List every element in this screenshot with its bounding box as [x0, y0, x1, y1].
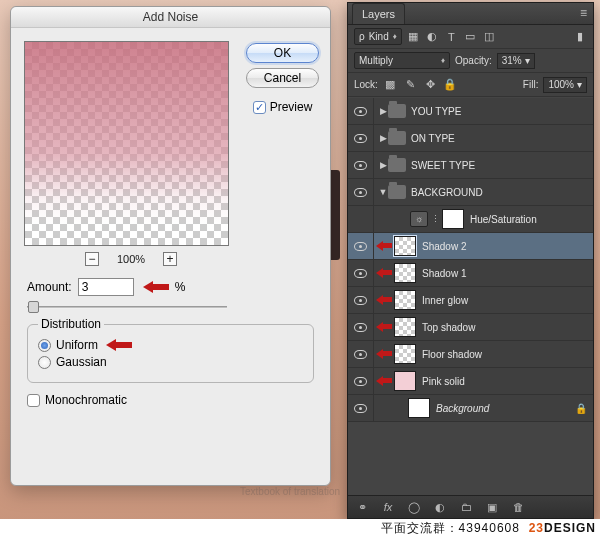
add-noise-dialog: Add Noise − 100% + OK Cancel ✓ Preview A…	[10, 6, 331, 486]
lock-label: Lock:	[354, 79, 378, 90]
layer-shadow-1[interactable]: Shadow 1	[348, 260, 593, 287]
filter-preview	[24, 41, 229, 246]
layer-pink-solid[interactable]: Pink solid	[348, 368, 593, 395]
zoom-level: 100%	[117, 253, 145, 265]
visibility-icon[interactable]	[354, 161, 367, 170]
dialog-title: Add Noise	[11, 7, 330, 28]
new-layer-icon[interactable]: ▣	[484, 499, 500, 515]
layer-background[interactable]: Background 🔒	[348, 395, 593, 422]
ok-button[interactable]: OK	[246, 43, 319, 63]
lock-all-icon[interactable]: 🔒	[443, 77, 458, 92]
layer-thumbnail[interactable]	[394, 290, 416, 310]
folder-icon	[388, 131, 406, 145]
annotation-arrow-icon	[376, 349, 392, 359]
uniform-radio[interactable]	[38, 339, 51, 352]
visibility-icon[interactable]	[354, 404, 367, 413]
layer-shadow-2[interactable]: Shadow 2	[348, 233, 593, 260]
amount-input[interactable]: 3	[78, 278, 134, 296]
lock-move-icon[interactable]: ✥	[423, 77, 438, 92]
shape-filter-icon[interactable]: ▭	[463, 29, 478, 44]
annotation-arrow-icon	[106, 339, 132, 351]
smart-filter-icon[interactable]: ◫	[482, 29, 497, 44]
layers-footer: ⚭ fx ◯ ◐ 🗀 ▣ 🗑	[348, 495, 593, 518]
group-new-icon[interactable]: 🗀	[458, 499, 474, 515]
annotation-arrow-icon	[376, 376, 392, 386]
layer-thumbnail[interactable]	[394, 317, 416, 337]
layers-panel: Layers ≡ ρKind♦ ▦ ◐ T ▭ ◫ ▮ Multiply♦ Op…	[347, 2, 594, 519]
mask-thumbnail[interactable]	[442, 209, 464, 229]
tab-layers[interactable]: Layers	[352, 3, 405, 24]
mask-icon[interactable]: ◯	[406, 499, 422, 515]
layer-top-shadow[interactable]: Top shadow	[348, 314, 593, 341]
amount-slider[interactable]	[27, 300, 227, 314]
layer-thumbnail[interactable]	[394, 344, 416, 364]
folder-icon	[388, 104, 406, 118]
distribution-group: Distribution Uniform Gaussian	[27, 324, 314, 383]
kind-filter[interactable]: ρKind♦	[354, 28, 402, 45]
visibility-icon[interactable]	[354, 323, 367, 332]
group-on-type[interactable]: ▶ ON TYPE	[348, 125, 593, 152]
zoom-in-button[interactable]: +	[163, 252, 177, 266]
gaussian-label: Gaussian	[56, 355, 107, 369]
layer-thumbnail[interactable]	[394, 371, 416, 391]
visibility-icon[interactable]	[354, 242, 367, 251]
blend-mode-select[interactable]: Multiply♦	[354, 52, 450, 69]
uniform-label: Uniform	[56, 338, 98, 352]
visibility-icon[interactable]	[354, 296, 367, 305]
layer-thumbnail[interactable]	[408, 398, 430, 418]
distribution-legend: Distribution	[38, 317, 104, 331]
visibility-icon[interactable]	[354, 107, 367, 116]
folder-icon	[388, 185, 406, 199]
fill-label: Fill:	[523, 79, 539, 90]
lock-paint-icon[interactable]: ✎	[403, 77, 418, 92]
type-filter-icon[interactable]: T	[444, 29, 459, 44]
trash-icon[interactable]: 🗑	[510, 499, 526, 515]
filter-toggle-icon[interactable]: ▮	[572, 29, 587, 44]
layer-inner-glow[interactable]: Inner glow	[348, 287, 593, 314]
adjustment-new-icon[interactable]: ◐	[432, 499, 448, 515]
gaussian-radio[interactable]	[38, 356, 51, 369]
opacity-input[interactable]: 31%▾	[497, 53, 535, 69]
amount-unit: %	[175, 280, 186, 294]
visibility-icon[interactable]	[354, 350, 367, 359]
annotation-arrow-icon	[143, 281, 169, 293]
panel-menu-icon[interactable]: ≡	[574, 2, 593, 24]
monochromatic-checkbox[interactable]	[27, 394, 40, 407]
zoom-out-button[interactable]: −	[85, 252, 99, 266]
folder-icon	[388, 158, 406, 172]
chevron-right-icon[interactable]: ▶	[378, 106, 388, 116]
cancel-button[interactable]: Cancel	[246, 68, 319, 88]
link-icon: ⋮	[430, 211, 440, 227]
lock-transparent-icon[interactable]: ▩	[383, 77, 398, 92]
preview-checkbox[interactable]: ✓	[253, 101, 266, 114]
chevron-right-icon[interactable]: ▶	[378, 160, 388, 170]
slider-thumb-icon[interactable]	[28, 301, 39, 313]
fill-input[interactable]: 100%▾	[543, 77, 587, 93]
layer-thumbnail[interactable]	[394, 263, 416, 283]
opacity-label: Opacity:	[455, 55, 492, 66]
chevron-right-icon[interactable]: ▶	[378, 133, 388, 143]
pixel-filter-icon[interactable]: ▦	[406, 29, 421, 44]
layer-thumbnail[interactable]	[394, 236, 416, 256]
preview-label: Preview	[270, 100, 313, 114]
lock-icon: 🔒	[575, 403, 587, 414]
link-layers-icon[interactable]: ⚭	[354, 499, 370, 515]
fx-icon[interactable]: fx	[380, 499, 396, 515]
visibility-icon[interactable]	[354, 188, 367, 197]
layer-hue-saturation[interactable]: ☼ ⋮ Hue/Saturation	[348, 206, 593, 233]
annotation-arrow-icon	[376, 241, 392, 251]
chevron-down-icon[interactable]: ▼	[378, 187, 388, 197]
layer-floor-shadow[interactable]: Floor shadow	[348, 341, 593, 368]
group-background[interactable]: ▼ BACKGROUND	[348, 179, 593, 206]
monochromatic-label: Monochromatic	[45, 393, 127, 407]
visibility-icon[interactable]	[354, 134, 367, 143]
group-sweet-type[interactable]: ▶ SWEET TYPE	[348, 152, 593, 179]
annotation-arrow-icon	[376, 322, 392, 332]
adjust-filter-icon[interactable]: ◐	[425, 29, 440, 44]
layers-list: ▶ YOU TYPE ▶ ON TYPE ▶ SWEET TYPE ▼ BACK…	[348, 98, 593, 495]
visibility-icon[interactable]	[354, 377, 367, 386]
visibility-icon[interactable]	[354, 269, 367, 278]
group-you-type[interactable]: ▶ YOU TYPE	[348, 98, 593, 125]
page-footer: 平面交流群：43940608 23DESIGN	[0, 519, 600, 537]
annotation-arrow-icon	[376, 295, 392, 305]
